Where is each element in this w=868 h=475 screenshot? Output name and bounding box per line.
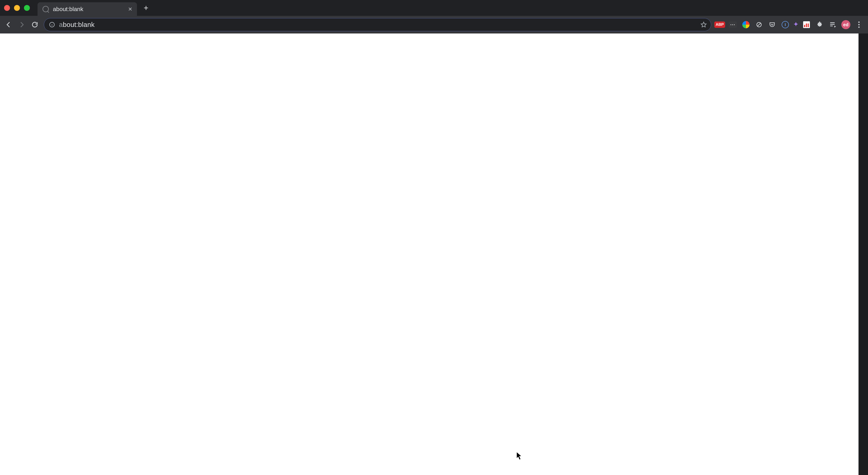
window-zoom-button[interactable] [24, 5, 30, 11]
color-swirl-icon [742, 21, 749, 28]
window-minimize-button[interactable] [14, 5, 20, 11]
extension-pocket[interactable] [766, 19, 778, 31]
reload-button[interactable] [29, 18, 41, 31]
tab-close-button[interactable] [127, 6, 133, 12]
new-tab-button[interactable] [141, 3, 151, 13]
extension-color-swirl[interactable] [740, 19, 752, 31]
page-viewport [0, 33, 868, 475]
extension-purple-star[interactable] [793, 21, 799, 28]
tab-title: about:blank [53, 6, 127, 13]
address-bar[interactable]: about:blank [44, 18, 711, 31]
svg-point-2 [858, 22, 860, 23]
url-text: about:blank [59, 21, 94, 29]
toolbar: about:blank ABP ··· [0, 16, 868, 33]
svg-point-4 [858, 27, 860, 28]
back-button[interactable] [2, 18, 15, 31]
kebab-icon [858, 21, 860, 28]
blank-page-icon [42, 6, 49, 12]
site-info-icon[interactable] [48, 21, 56, 29]
circle-slash-icon [756, 21, 763, 28]
extension-info-circle[interactable]: i [779, 19, 791, 31]
media-controls-button[interactable] [827, 19, 839, 31]
forward-button[interactable] [16, 18, 28, 31]
info-circle-icon: i [782, 21, 789, 28]
dark-badge-icon: ··· [729, 22, 737, 28]
toolbar-right-cluster: ABP ··· i [714, 19, 866, 31]
sparkle-icon [793, 21, 799, 28]
abp-icon: ABP [714, 22, 725, 28]
browser-tab[interactable]: about:blank [37, 2, 137, 16]
tab-strip: about:blank [0, 0, 868, 16]
extensions-menu-button[interactable] [814, 19, 826, 31]
pocket-icon [769, 21, 776, 28]
window-right-edge [859, 33, 868, 475]
extension-abp[interactable]: ABP [714, 19, 725, 31]
extension-bar-chart[interactable] [801, 19, 812, 31]
playlist-icon [829, 21, 837, 29]
puzzle-icon [816, 21, 823, 28]
browser-chrome: about:blank about:blank [0, 0, 868, 33]
svg-point-3 [858, 24, 860, 25]
avatar-initials: ed [843, 22, 848, 27]
bookmark-star-icon[interactable] [699, 20, 708, 29]
bar-chart-icon [803, 21, 810, 28]
profile-avatar[interactable]: ed [841, 20, 850, 29]
window-controls [4, 5, 30, 11]
window-close-button[interactable] [4, 5, 10, 11]
extension-dark-badge[interactable]: ··· [727, 19, 739, 31]
chrome-menu-button[interactable] [853, 19, 865, 31]
extension-grey-slash[interactable] [753, 19, 765, 31]
